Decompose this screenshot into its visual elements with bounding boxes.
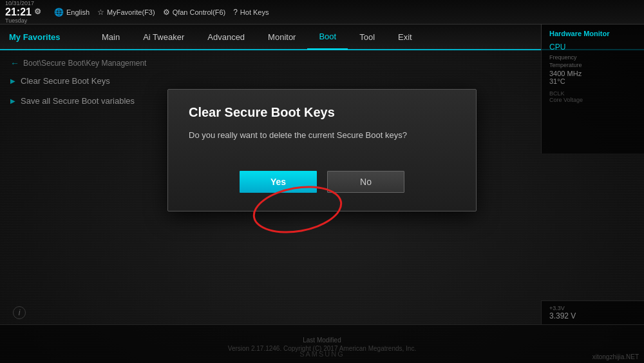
top-bar-items: 🌐 English ☆ MyFavorite(F3) ⚙ Qfan Contro… (54, 8, 639, 17)
hot-keys-button[interactable]: ? Hot Keys (233, 8, 269, 17)
clear-secure-boot-dialog: Clear Secure Boot Keys Do you really wan… (167, 89, 477, 211)
nav-logo[interactable]: My Favorites (0, 32, 90, 42)
key-icon: ? (233, 8, 238, 17)
settings-icon[interactable]: ⚙ (34, 8, 41, 16)
date-display: 10/31/2017 (5, 0, 44, 6)
nav-exit[interactable]: Exit (386, 24, 424, 50)
qfan-control-button[interactable]: ⚙ Qfan Control(F6) (163, 8, 226, 17)
nav-ai-tweaker[interactable]: Ai Tweaker (131, 24, 196, 50)
dialog-overlay: Clear Secure Boot Keys Do you really wan… (0, 50, 644, 363)
no-button[interactable]: No (327, 171, 404, 193)
yes-button[interactable]: Yes (240, 171, 317, 193)
nav-tool[interactable]: Tool (348, 24, 386, 50)
datetime-display: 10/31/2017 21:21 ⚙ Tuesday (5, 0, 44, 24)
weekday-display: Tuesday (5, 17, 44, 24)
star-icon: ☆ (97, 8, 104, 17)
dialog-buttons: Yes No (189, 171, 455, 193)
globe-icon: 🌐 (54, 8, 64, 17)
nav-monitor[interactable]: Monitor (256, 24, 307, 50)
language-selector[interactable]: 🌐 English (54, 8, 90, 17)
nav-advanced[interactable]: Advanced (196, 24, 256, 50)
dialog-title: Clear Secure Boot Keys (189, 105, 455, 120)
fan-icon: ⚙ (163, 8, 170, 17)
hardware-monitor-title: Hardware Monitor (549, 30, 636, 37)
dialog-message: Do you really want to delete the current… (189, 130, 455, 140)
top-bar: 10/31/2017 21:21 ⚙ Tuesday 🌐 English ☆ M… (0, 0, 644, 25)
time-display: 21:21 ⚙ (5, 6, 41, 18)
nav-boot[interactable]: Boot (307, 24, 348, 50)
myfavorite-button[interactable]: ☆ MyFavorite(F3) (97, 8, 155, 17)
watermark: xitongzhijia.NET (592, 353, 639, 360)
nav-main[interactable]: Main (90, 24, 131, 50)
